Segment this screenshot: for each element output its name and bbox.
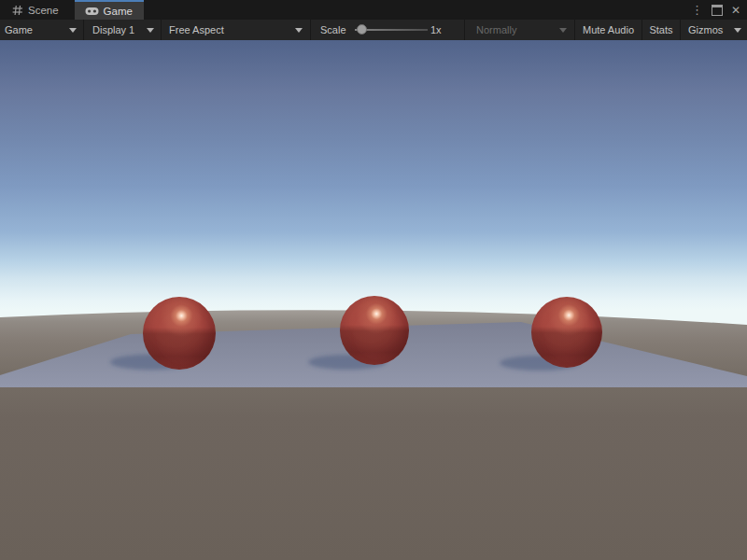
mute-audio-button[interactable]: Mute Audio	[575, 20, 642, 40]
stats-label: Stats	[649, 24, 672, 35]
chevron-down-icon	[734, 28, 741, 33]
red-sphere-1	[143, 297, 216, 370]
game-viewport[interactable]	[0, 40, 747, 560]
tab-game[interactable]: Game	[75, 0, 144, 20]
gizmos-dropdown[interactable]: Gizmos	[681, 20, 747, 40]
window-tab-bar: Scene Game ⋮ ✕	[0, 0, 747, 20]
tab-scene[interactable]: Scene	[2, 0, 69, 20]
gamepad-icon	[85, 7, 99, 16]
maximize-icon[interactable]	[712, 5, 723, 16]
kebab-menu-icon[interactable]: ⋮	[691, 4, 703, 16]
mute-audio-label: Mute Audio	[583, 24, 634, 35]
play-mode-label: Normally	[476, 24, 516, 35]
display-label: Display 1	[92, 24, 134, 35]
game-menu-dropdown[interactable]: Game	[0, 20, 84, 40]
scale-value: 1x	[430, 24, 442, 35]
play-mode-dropdown: Normally	[465, 20, 575, 40]
grid-icon	[12, 5, 23, 16]
aspect-ratio-label: Free Aspect	[169, 24, 224, 35]
aspect-ratio-dropdown[interactable]: Free Aspect	[162, 20, 311, 40]
scale-control: Scale 1x	[311, 20, 465, 40]
game-menu-label: Game	[5, 24, 33, 35]
close-icon[interactable]: ✕	[731, 5, 740, 16]
stats-button[interactable]: Stats	[642, 20, 681, 40]
chevron-down-icon	[147, 28, 154, 33]
scale-label: Scale	[320, 24, 346, 35]
display-dropdown[interactable]: Display 1	[84, 20, 162, 40]
tab-scene-label: Scene	[28, 5, 59, 16]
chevron-down-icon	[559, 28, 567, 33]
chevron-down-icon	[69, 28, 77, 33]
red-sphere-2	[340, 296, 409, 365]
chevron-down-icon	[295, 28, 303, 33]
window-controls: ⋮ ✕	[691, 0, 747, 20]
gizmos-label: Gizmos	[688, 24, 723, 35]
game-view-toolbar: Game Display 1 Free Aspect Scale 1x Norm…	[0, 20, 747, 40]
red-sphere-3	[531, 297, 602, 368]
tab-game-label: Game	[104, 6, 133, 17]
scale-slider-thumb[interactable]	[357, 24, 367, 35]
